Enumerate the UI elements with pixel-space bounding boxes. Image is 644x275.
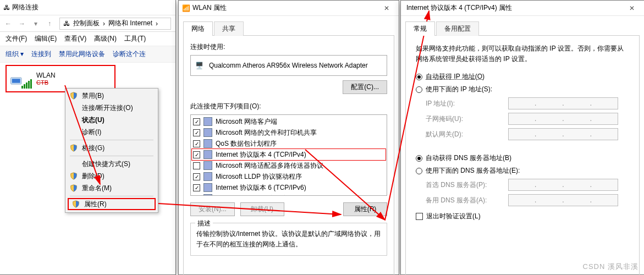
w1-titlebar: 🖧 网络连接 (0, 0, 175, 15)
adapter-status: CTB (36, 79, 56, 86)
description-group: 描述 传输控制协议/Internet 协议。该协议是默认的广域网络协议，用于在不… (190, 223, 387, 256)
ctx-properties[interactable]: 属性(R) (68, 198, 156, 210)
ipv4-properties-window: Internet 协议版本 4 (TCP/IPv4) 属性 ✕ 常规 备用配置 … (400, 0, 644, 275)
separator (70, 156, 153, 156)
network-icon: 🖧 (63, 20, 70, 28)
tab-share[interactable]: 共享 (214, 21, 244, 36)
menu-advanced[interactable]: 高级(N) (94, 34, 117, 43)
checkbox-icon[interactable]: ✓ (193, 140, 200, 147)
adapter-box: 🖥️ Qualcomm Atheros AR956x Wireless Netw… (190, 55, 387, 76)
close-button[interactable]: ✕ (374, 1, 399, 16)
cmd-disable[interactable]: 禁用此网络设备 (59, 50, 105, 59)
protocol-item[interactable]: ✓QoS 数据包计划程序 (192, 138, 386, 149)
description-text: 传输控制协议/Internet 协议。该协议是默认的广域网络协议，用于在不同的相… (196, 229, 381, 250)
tab-alt[interactable]: 备用配置 (436, 21, 479, 36)
validate-exit-row[interactable]: 退出时验证设置(L) (416, 212, 629, 221)
menu-edit[interactable]: 编辑(E) (35, 34, 57, 43)
nav-row: ← → ▾ ↑ 🖧 控制面板 › 网络和 Internet › (0, 15, 175, 32)
cmd-connect[interactable]: 连接到 (31, 50, 51, 59)
shield-icon (70, 92, 78, 100)
ctx-connect[interactable]: 连接/断开连接(O) (67, 102, 157, 114)
protocol-icon (203, 172, 212, 181)
tab-body: 连接时使用: 🖥️ Qualcomm Atheros AR956x Wirele… (183, 35, 394, 275)
ctx-label: 创建快捷方式(S) (82, 160, 130, 169)
connect-using-label: 连接时使用: (190, 42, 387, 52)
menu-view[interactable]: 查看(V) (64, 34, 86, 43)
dns2-field: ... (508, 194, 618, 206)
protocol-icon (203, 194, 212, 196)
checkbox-icon[interactable] (193, 162, 200, 169)
ctx-label: 删除(D) (82, 172, 104, 181)
uninstall-button[interactable]: 卸载(U) (240, 202, 284, 216)
tab-network[interactable]: 网络 (183, 21, 213, 36)
cmd-organize[interactable]: 组织 ▾ (5, 50, 24, 59)
tabstrip: 网络 共享 (179, 16, 399, 36)
protocol-label: Microsoft LLDP 协议驱动程序 (216, 172, 302, 182)
tab-body: 如果网络支持此功能，则可以获取自动指派的 IP 设置。否则，你需要从网络系统管理… (405, 35, 640, 275)
tabstrip: 常规 备用配置 (401, 16, 644, 36)
protocol-item[interactable]: ✓Microsoft LLDP 协议驱动程序 (192, 171, 386, 182)
protocol-item[interactable]: ✓Microsoft 网络的文件和打印机共享 (192, 127, 386, 138)
shield-icon (70, 144, 78, 152)
properties-button[interactable]: 属性(R) (343, 202, 387, 216)
back-button[interactable]: ← (2, 18, 14, 30)
ctx-label: 诊断(I) (82, 128, 101, 137)
adapter-info: WLAN CTB (36, 72, 56, 86)
radio-auto-ip[interactable]: 自动获得 IP 地址(O) (416, 72, 629, 81)
ctx-shortcut[interactable]: 创建快捷方式(S) (67, 158, 157, 170)
protocol-item[interactable]: ✓链路层拓扑发现响应程序 (192, 193, 386, 196)
radio-manual-dns[interactable]: 使用下面的 DNS 服务器地址(E): (416, 166, 629, 175)
items-label: 此连接使用下列项目(O): (190, 102, 387, 111)
protocol-label: QoS 数据包计划程序 (216, 139, 277, 148)
ctx-diagnose[interactable]: 诊断(I) (67, 126, 157, 138)
checkbox-icon[interactable]: ✓ (193, 184, 200, 191)
protocol-icon (203, 150, 212, 159)
configure-button[interactable]: 配置(C)... (343, 80, 387, 94)
checkbox-icon[interactable]: ✓ (193, 118, 200, 125)
radio-manual-ip[interactable]: 使用下面的 IP 地址(S): (416, 85, 629, 94)
checkbox-icon[interactable]: ✓ (193, 173, 200, 180)
menu-tools[interactable]: 工具(T) (124, 34, 146, 43)
checkbox-icon (416, 213, 423, 220)
radio-auto-dns[interactable]: 自动获得 DNS 服务器地址(B) (416, 153, 629, 163)
protocol-item[interactable]: ✓Microsoft 网络客户端 (192, 116, 386, 127)
ctx-delete[interactable]: 删除(D) (67, 170, 157, 182)
command-bar: 组织 ▾ 连接到 禁用此网络设备 诊断这个连 (0, 46, 175, 63)
forward-button[interactable]: → (16, 18, 28, 30)
checkbox-icon[interactable]: ✓ (193, 151, 200, 158)
install-button[interactable]: 安装(N)... (190, 202, 235, 216)
ip-row: IP 地址(I): ... (426, 97, 629, 109)
breadcrumb-part[interactable]: 网络和 Internet (108, 19, 152, 28)
mask-label: 子网掩码(U): (426, 114, 508, 124)
protocol-item[interactable]: ✓Internet 协议版本 6 (TCP/IPv6) (192, 182, 386, 193)
checkbox-icon[interactable]: ✓ (193, 129, 200, 136)
ctx-disable[interactable]: 禁用(B) (67, 90, 157, 102)
tab-general[interactable]: 常规 (405, 21, 435, 36)
protocol-item[interactable]: Microsoft 网络适配器多路传送器协议 (192, 160, 386, 171)
address-bar[interactable]: 🖧 控制面板 › 网络和 Internet › (59, 18, 171, 30)
menu-file[interactable]: 文件(F) (5, 34, 27, 43)
breadcrumb-part[interactable]: 控制面板 (73, 19, 100, 28)
protocol-icon (203, 128, 212, 137)
ctx-rename[interactable]: 重命名(M) (67, 182, 157, 194)
up-button[interactable]: ↑ (43, 18, 56, 30)
ctx-label: 连接/断开连接(O) (82, 103, 133, 113)
protocol-item[interactable]: ✓Internet 协议版本 4 (TCP/IPv4) (192, 149, 386, 160)
ip-field: ... (508, 97, 618, 109)
close-button[interactable]: ✕ (619, 1, 644, 16)
ctx-status[interactable]: 状态(U) (67, 114, 157, 126)
cmd-diagnose[interactable]: 诊断这个连 (113, 50, 146, 59)
button-row: 安装(N)... 卸载(U) 属性(R) (190, 202, 387, 216)
protocol-label: Microsoft 网络客户端 (216, 117, 277, 127)
ctx-bridge[interactable]: 桥接(G) (67, 142, 157, 154)
description-label: 描述 (195, 219, 213, 228)
separator (70, 196, 153, 196)
radio-icon (416, 86, 422, 93)
radio-icon (416, 74, 422, 80)
checkbox-icon[interactable]: ✓ (193, 195, 200, 196)
ctx-label: 属性(R) (84, 200, 107, 209)
validate-exit-label: 退出时验证设置(L) (426, 212, 481, 221)
recent-dropdown[interactable]: ▾ (30, 18, 42, 30)
help-text: 如果网络支持此功能，则可以获取自动指派的 IP 设置。否则，你需要从网络系统管理… (416, 43, 629, 64)
protocol-list[interactable]: ✓Microsoft 网络客户端✓Microsoft 网络的文件和打印机共享✓Q… (190, 114, 387, 196)
